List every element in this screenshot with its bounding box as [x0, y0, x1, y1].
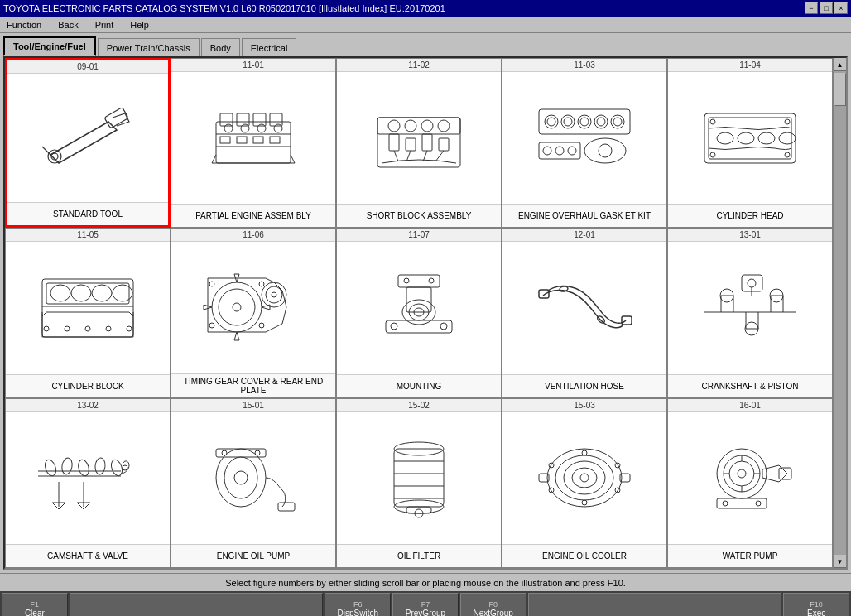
part-cell-15-03[interactable]: 15-03	[502, 398, 667, 568]
svg-rect-59	[42, 279, 133, 337]
svg-point-156	[738, 469, 746, 478]
svg-point-34	[561, 115, 575, 128]
part-label-11-05: CYLINDER BLOCK	[6, 374, 170, 397]
part-cell-11-06[interactable]: 11-06	[171, 228, 336, 397]
svg-point-164	[756, 501, 761, 506]
menu-back[interactable]: Back	[55, 19, 81, 31]
fkey-f6-num: F6	[353, 600, 363, 609]
part-cell-15-02[interactable]: 15-02	[336, 398, 502, 568]
svg-point-23	[438, 120, 450, 132]
svg-point-112	[748, 279, 756, 287]
svg-rect-6	[253, 113, 266, 126]
svg-point-120	[109, 459, 124, 478]
part-cell-11-01[interactable]: 11-01	[171, 58, 336, 228]
svg-point-142	[564, 461, 605, 494]
fkey-f7-label: PrevGroup	[406, 609, 445, 617]
svg-point-148	[582, 500, 587, 505]
svg-rect-24	[389, 134, 399, 151]
fkey-f1-num: F1	[31, 600, 40, 609]
part-cell-13-01[interactable]: 13-01	[667, 228, 833, 397]
fkey-spacer-2	[528, 593, 782, 616]
status-bar: Select figure numbers by either sliding …	[0, 573, 851, 591]
fkey-f10[interactable]: F10 Exec	[783, 593, 849, 616]
part-cell-15-01[interactable]: 15-01	[171, 398, 336, 568]
svg-point-40	[580, 118, 589, 126]
part-label-09-01: STANDARD TOOL	[7, 202, 168, 225]
part-cell-12-01[interactable]: 12-01 VENTIL	[502, 228, 667, 397]
part-number-13-01: 13-01	[668, 229, 832, 242]
part-number-11-06: 11-06	[171, 229, 335, 242]
fkey-f8[interactable]: F8 NextGroup	[460, 593, 526, 616]
fkey-f7[interactable]: F7 PrevGroup	[392, 593, 459, 616]
svg-rect-138	[406, 507, 431, 513]
svg-point-51	[717, 132, 733, 144]
menu-print[interactable]: Print	[92, 19, 118, 31]
part-cell-11-02[interactable]: 11-02	[336, 58, 502, 228]
part-cell-16-01[interactable]: 16-01	[667, 398, 833, 568]
part-cell-11-04[interactable]: 11-04	[667, 58, 833, 228]
svg-point-90	[391, 323, 397, 330]
tab-tool-engine-fuel[interactable]: Tool/Engine/Fuel	[3, 36, 96, 56]
svg-point-116	[43, 459, 58, 478]
svg-point-81	[259, 282, 264, 286]
part-cell-11-07[interactable]: 11-07	[336, 228, 502, 397]
minimize-button[interactable]: −	[805, 2, 818, 14]
part-image-15-01	[171, 412, 335, 544]
close-button[interactable]: ×	[834, 2, 848, 14]
part-label-15-03: ENGINE OIL COOLER	[502, 544, 666, 567]
menu-function[interactable]: Function	[3, 19, 45, 31]
svg-point-55	[710, 119, 715, 124]
svg-point-118	[77, 459, 91, 477]
part-number-13-02: 13-02	[6, 399, 170, 412]
svg-point-68	[85, 326, 90, 331]
svg-rect-5	[237, 113, 249, 126]
svg-point-46	[568, 147, 576, 155]
status-message: Select figure numbers by either sliding …	[225, 578, 626, 588]
part-image-16-01	[668, 412, 832, 544]
svg-point-82	[209, 323, 214, 328]
maximize-button[interactable]: □	[820, 2, 833, 14]
fkey-spacer-1	[70, 593, 324, 616]
part-cell-13-02[interactable]: 13-02	[5, 398, 171, 568]
svg-point-79	[272, 292, 276, 297]
svg-rect-15	[237, 137, 247, 143]
tab-electrical[interactable]: Electrical	[242, 38, 297, 56]
part-label-11-01: PARTIAL ENGINE ASSEM BLY	[171, 204, 335, 227]
part-number-15-01: 15-01	[171, 399, 335, 412]
part-number-16-01: 16-01	[668, 399, 832, 412]
svg-point-163	[723, 501, 728, 506]
svg-point-58	[785, 152, 790, 157]
svg-point-42	[613, 118, 622, 126]
svg-rect-95	[622, 316, 632, 325]
part-number-12-01: 12-01	[502, 229, 666, 242]
svg-point-147	[582, 450, 587, 455]
svg-point-155	[729, 461, 754, 486]
part-cell-11-05[interactable]: 11-05	[5, 228, 171, 397]
svg-rect-17	[270, 137, 280, 143]
part-cell-09-01[interactable]: 09-01 STANDARD TOOL	[5, 58, 171, 228]
scroll-up-button[interactable]: ▲	[834, 58, 847, 71]
part-number-11-04: 11-04	[668, 59, 832, 72]
svg-point-48	[599, 144, 612, 157]
scroll-thumb[interactable]	[834, 73, 846, 106]
part-cell-11-03[interactable]: 11-03	[502, 58, 667, 228]
fkey-bar: F1 Clear F6 DispSwitch F7 PrevGroup F8 N…	[0, 591, 851, 616]
fkey-f6-label: DispSwitch	[338, 609, 378, 617]
tab-body[interactable]: Body	[201, 38, 240, 56]
part-image-11-06	[171, 242, 335, 373]
menu-help[interactable]: Help	[127, 19, 152, 31]
scroll-track	[834, 71, 847, 555]
part-label-13-02: CAMSHAFT & VALVE	[6, 544, 170, 567]
fkey-f6[interactable]: F6 DispSwitch	[325, 593, 391, 616]
fkey-f1[interactable]: F1 Clear	[2, 593, 68, 616]
part-number-11-02: 11-02	[337, 59, 501, 72]
part-number-11-07: 11-07	[337, 229, 501, 242]
svg-point-54	[779, 132, 796, 144]
svg-rect-162	[717, 498, 767, 508]
svg-line-31	[435, 151, 444, 161]
scroll-down-button[interactable]: ▼	[834, 555, 847, 568]
tab-power-train-chassis[interactable]: Power Train/Chassis	[98, 38, 200, 56]
svg-point-143	[572, 468, 597, 488]
part-label-11-07: MOUNTING	[337, 374, 501, 397]
svg-point-123	[123, 465, 127, 470]
